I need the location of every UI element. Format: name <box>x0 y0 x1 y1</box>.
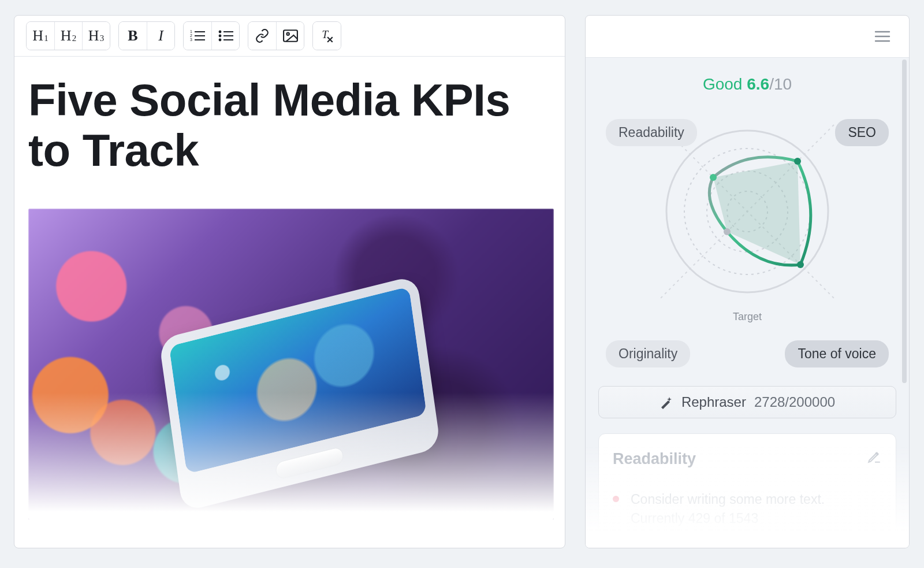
svg-text:1: 1 <box>190 29 192 34</box>
readability-card: Readability Consider writing some more t… <box>598 433 896 548</box>
sidebar-menu-button[interactable] <box>871 25 894 48</box>
rephraser-button[interactable]: Rephraser 2728/200000 <box>598 386 896 418</box>
pencil-icon <box>867 449 882 464</box>
unordered-list-button[interactable] <box>211 22 239 50</box>
svg-point-6 <box>218 31 221 34</box>
bullet-icon <box>613 496 619 502</box>
score-label: Good <box>703 75 743 93</box>
insights-sidebar: Good 6.6/10 Readability SEO Originality … <box>585 15 910 548</box>
metric-tone-pill[interactable]: Tone of voice <box>785 340 889 367</box>
target-label: Target <box>733 311 762 323</box>
clear-format-button[interactable]: T <box>313 22 341 50</box>
metric-readability-pill[interactable]: Readability <box>606 119 697 146</box>
score-value: 6.6 <box>747 75 769 93</box>
overall-score: Good 6.6/10 <box>597 75 897 94</box>
rephraser-label: Rephraser <box>681 394 746 410</box>
svg-rect-12 <box>284 30 297 42</box>
suggestion-item[interactable]: Consider writing some more text. Current… <box>613 490 882 529</box>
radar-svg <box>655 119 840 304</box>
bold-button[interactable]: B <box>119 22 147 50</box>
svg-text:T: T <box>322 28 329 40</box>
svg-text:2: 2 <box>190 34 192 38</box>
svg-point-27 <box>794 158 801 165</box>
svg-point-29 <box>724 228 731 235</box>
hero-image <box>28 209 554 519</box>
wand-icon <box>660 395 673 409</box>
metric-originality-pill[interactable]: Originality <box>606 340 690 367</box>
sidebar-scrollbar[interactable] <box>902 60 907 383</box>
ordered-list-icon: 1 2 3 <box>190 29 205 42</box>
image-button[interactable] <box>276 22 304 50</box>
svg-point-28 <box>797 261 804 268</box>
article-title[interactable]: Five Social Media KPIs to Track <box>28 75 551 176</box>
edit-card-button[interactable] <box>867 449 882 466</box>
heading-3-button[interactable]: H3 <box>82 22 110 50</box>
score-max: /10 <box>769 75 792 93</box>
editor-toolbar: H1 H2 H3 B I 1 2 3 <box>14 16 565 57</box>
svg-point-26 <box>710 174 717 181</box>
link-icon <box>255 28 270 43</box>
rephraser-count: 2728/200000 <box>754 394 835 410</box>
svg-point-8 <box>218 35 221 38</box>
editor-panel: H1 H2 H3 B I 1 2 3 <box>14 15 565 548</box>
svg-text:3: 3 <box>190 38 192 42</box>
unordered-list-icon <box>218 29 233 42</box>
ordered-list-button[interactable]: 1 2 3 <box>184 22 211 50</box>
clear-format-icon: T <box>319 28 334 43</box>
card-title: Readability <box>613 450 882 468</box>
svg-point-13 <box>286 33 289 35</box>
hamburger-icon <box>874 30 891 43</box>
editor-body[interactable]: Five Social Media KPIs to Track <box>14 57 565 548</box>
svg-point-10 <box>218 39 221 42</box>
heading-2-button[interactable]: H2 <box>54 22 82 50</box>
image-icon <box>283 29 298 42</box>
italic-button[interactable]: I <box>147 22 174 50</box>
link-button[interactable] <box>248 22 276 50</box>
metric-seo-pill[interactable]: SEO <box>835 119 889 146</box>
heading-1-button[interactable]: H1 <box>27 22 54 50</box>
radar-chart: Readability SEO Originality Tone of voic… <box>603 119 892 367</box>
suggestion-text: Consider writing some more text. Current… <box>631 490 882 529</box>
